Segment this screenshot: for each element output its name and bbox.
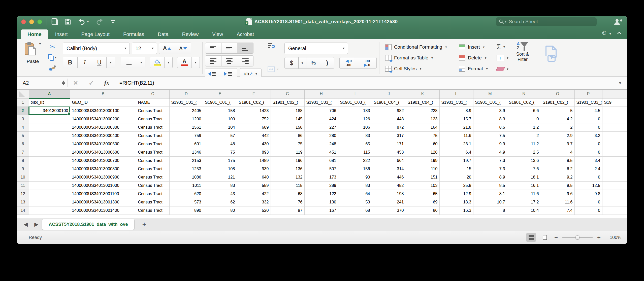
cell-E13[interactable]: 62 <box>203 198 237 206</box>
cell-H9[interactable]: 507 <box>304 165 338 173</box>
orientation-caret-icon[interactable]: ▼ <box>255 72 258 75</box>
normal-view-button[interactable] <box>526 233 536 242</box>
row-header-7[interactable]: 7 <box>17 148 29 156</box>
cell-A4[interactable] <box>29 123 70 131</box>
cell-O13[interactable]: 11.6 <box>541 198 574 206</box>
cell-I12[interactable]: 64 <box>338 190 372 198</box>
cell-H12[interactable]: 122 <box>304 190 338 198</box>
cell-A3[interactable] <box>29 115 70 123</box>
merge-cells-button[interactable]: ▼ <box>267 66 279 72</box>
cell-D5[interactable]: 759 <box>169 131 203 140</box>
cell-C4[interactable]: Census Tract <box>136 123 169 131</box>
minimize-button[interactable] <box>29 19 34 24</box>
cell-K5[interactable]: 75 <box>406 131 439 140</box>
row-header-10[interactable]: 10 <box>17 173 29 181</box>
undo-caret-icon[interactable]: ▼ <box>86 20 89 23</box>
cell-M8[interactable]: 7.3 <box>473 156 507 165</box>
row-header-13[interactable]: 13 <box>17 198 29 206</box>
cell-J10[interactable]: 446 <box>372 173 406 181</box>
cell-K6[interactable]: 60 <box>406 140 439 148</box>
cell-K4[interactable]: 164 <box>406 123 439 131</box>
cell-K12[interactable]: 65 <box>406 190 439 198</box>
cell-D10[interactable]: 1086 <box>169 173 203 181</box>
cell-P2[interactable]: 4.5 <box>574 107 602 115</box>
formula-bar-expand-icon[interactable]: ▼ <box>618 81 622 85</box>
align-bottom-button[interactable] <box>237 43 253 54</box>
format-as-table-button[interactable]: Format as Table▼ <box>382 53 450 63</box>
name-box-stepper[interactable] <box>62 81 65 85</box>
cell-H1[interactable]: S1901_C03_( <box>304 98 338 107</box>
number-format-select[interactable]: General ▼ <box>284 43 348 54</box>
cell-H8[interactable]: 681 <box>304 156 338 165</box>
insert-function-icon[interactable]: fx <box>99 80 115 87</box>
cell-F4[interactable]: 689 <box>237 123 271 131</box>
cancel-entry-icon[interactable]: ✕ <box>68 80 83 87</box>
cell-A6[interactable] <box>29 140 70 148</box>
cell-J8[interactable]: 664 <box>372 156 406 165</box>
close-button[interactable] <box>21 19 26 24</box>
cell-A1[interactable]: GIS_ID <box>29 98 70 107</box>
cell-I14[interactable]: 68 <box>338 206 372 215</box>
cell-G9[interactable]: 136 <box>271 165 304 173</box>
decrease-font-size-button[interactable]: A <box>175 43 191 54</box>
cell-N14[interactable]: 10.4 <box>507 206 541 215</box>
cell-O7[interactable]: 4 <box>541 148 574 156</box>
cell-O12[interactable]: 9.6 <box>541 190 574 198</box>
cell-G10[interactable]: 132 <box>271 173 304 181</box>
search-sheet-input[interactable]: ▾ Search Sheet <box>496 17 597 26</box>
cell-N9[interactable]: 7.6 <box>507 165 541 173</box>
cell-O11[interactable]: 9.5 <box>541 181 574 190</box>
cell-N5[interactable]: 2 <box>507 131 541 140</box>
cell-L9[interactable]: 15 <box>439 165 473 173</box>
cell-M4[interactable]: 8.5 <box>473 123 507 131</box>
zoom-slider-thumb[interactable] <box>575 235 580 240</box>
cell-H6[interactable]: 248 <box>304 140 338 148</box>
cell-Q10[interactable] <box>602 173 627 181</box>
cell-A12[interactable] <box>29 190 70 198</box>
paste-caret-icon[interactable]: ▼ <box>39 42 42 46</box>
cell-L2[interactable]: 8.9 <box>439 107 473 115</box>
cell-C6[interactable]: Census Tract <box>136 140 169 148</box>
cell-J13[interactable]: 241 <box>372 198 406 206</box>
cell-G8[interactable]: 196 <box>271 156 304 165</box>
cell-H11[interactable]: 289 <box>304 181 338 190</box>
format-cells-button[interactable]: Format▼ <box>456 64 491 74</box>
cell-P7[interactable]: 0 <box>574 148 602 156</box>
cell-A10[interactable] <box>29 173 70 181</box>
cell-Q5[interactable] <box>602 131 627 140</box>
cell-H10[interactable]: 173 <box>304 173 338 181</box>
cell-N11[interactable]: 16.1 <box>507 181 541 190</box>
cell-C12[interactable]: Census Tract <box>136 190 169 198</box>
cell-J6[interactable]: 171 <box>372 140 406 148</box>
cell-Q14[interactable] <box>602 206 627 215</box>
row-header-14[interactable]: 14 <box>17 206 29 215</box>
zoom-in-icon[interactable]: + <box>596 234 602 241</box>
cell-G2[interactable]: 188 <box>271 107 304 115</box>
cell-D9[interactable]: 1253 <box>169 165 203 173</box>
cell-N6[interactable]: 11.2 <box>507 140 541 148</box>
cell-A5[interactable] <box>29 131 70 140</box>
row-header-6[interactable]: 6 <box>17 140 29 148</box>
cell-P3[interactable]: 0 <box>574 115 602 123</box>
cell-D12[interactable]: 620 <box>169 190 203 198</box>
cell-E9[interactable]: 108 <box>203 165 237 173</box>
cell-N8[interactable]: 13.6 <box>507 156 541 165</box>
font-color-button[interactable]: A <box>177 57 192 68</box>
cell-F2[interactable]: 1423 <box>237 107 271 115</box>
zoom-out-icon[interactable]: − <box>553 234 559 241</box>
cell-M10[interactable]: 8.9 <box>473 173 507 181</box>
cell-H5[interactable]: 280 <box>304 131 338 140</box>
cell-E4[interactable]: 104 <box>203 123 237 131</box>
cell-C13[interactable]: Census Tract <box>136 198 169 206</box>
cell-Q2[interactable] <box>602 107 627 115</box>
cell-A14[interactable] <box>29 206 70 215</box>
cell-I13[interactable]: 53 <box>338 198 372 206</box>
cell-K11[interactable]: 103 <box>406 181 439 190</box>
stepper-down-icon[interactable] <box>62 83 65 85</box>
cell-M3[interactable]: 8.3 <box>473 115 507 123</box>
cell-Q4[interactable] <box>602 123 627 131</box>
tab-insert[interactable]: Insert <box>48 29 75 39</box>
prev-sheet-icon[interactable]: ◀ <box>24 221 28 227</box>
cell-P12[interactable]: 9.8 <box>574 190 602 198</box>
tab-view[interactable]: View <box>205 29 230 39</box>
